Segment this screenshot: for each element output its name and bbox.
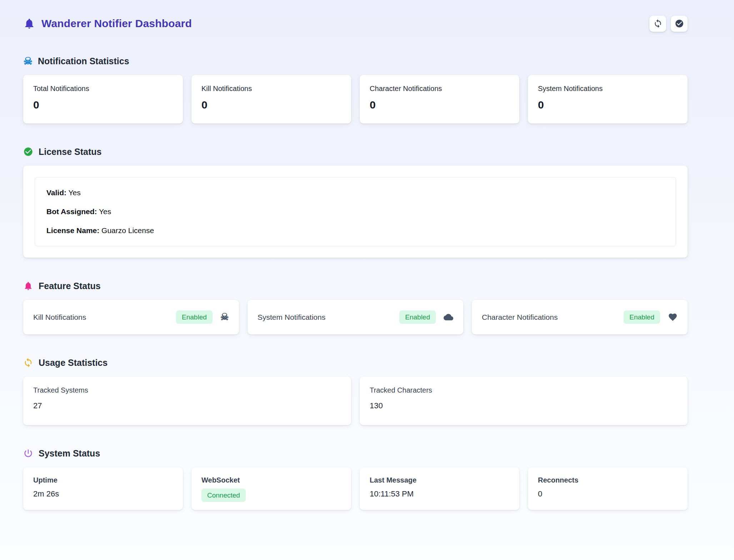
- section-usage-statistics: Usage Statistics Tracked Systems 27 Trac…: [23, 357, 688, 425]
- license-field-label: License Name:: [46, 226, 99, 234]
- system-value: 10:11:53 PM: [370, 489, 509, 499]
- system-value: 0: [538, 489, 678, 499]
- header: Wanderer Notifier Dashboard: [23, 14, 688, 33]
- refresh-icon: [23, 358, 33, 368]
- license-valid-row: Valid: Yes: [46, 188, 664, 197]
- usage-value: 27: [33, 401, 341, 410]
- feature-label: System Notifications: [258, 313, 325, 322]
- stat-value: 0: [33, 99, 173, 111]
- system-label: Last Message: [370, 476, 509, 484]
- power-icon: [23, 448, 33, 458]
- check-circle-icon: [675, 19, 684, 28]
- system-value: 2m 26s: [33, 489, 173, 499]
- stat-card-character-notifications: Character Notifications 0: [360, 75, 519, 123]
- section-feature-status: Feature Status Kill Notifications Enable…: [23, 280, 688, 334]
- stat-label: Total Notifications: [33, 85, 173, 93]
- license-field-value: Yes: [69, 188, 81, 197]
- refresh-button[interactable]: [649, 16, 666, 32]
- cloud-icon: [444, 312, 453, 322]
- system-label: WebSocket: [201, 476, 341, 484]
- section-system-status: System Status Uptime 2m 26s WebSocket Co…: [23, 447, 688, 510]
- system-card-websocket: WebSocket Connected: [191, 467, 351, 510]
- feature-card-kill-notifications: Kill Notifications Enabled ☠: [23, 300, 239, 334]
- status-badge: Enabled: [624, 311, 660, 324]
- section-title-license-status: License Status: [39, 146, 101, 158]
- stat-label: System Notifications: [538, 85, 678, 93]
- feature-label: Kill Notifications: [33, 313, 86, 322]
- heart-icon: [668, 312, 678, 322]
- stat-card-total-notifications: Total Notifications 0: [23, 75, 183, 123]
- section-title-feature-status: Feature Status: [39, 280, 101, 292]
- usage-card-tracked-systems: Tracked Systems 27: [23, 377, 351, 425]
- stat-label: Kill Notifications: [201, 85, 341, 93]
- dashboard-page: Wanderer Notifier Dashboard ☠ Notificati…: [23, 0, 688, 510]
- check-circle-icon: [23, 147, 33, 157]
- bell-icon: [23, 281, 33, 291]
- system-card-reconnects: Reconnects 0: [528, 467, 688, 510]
- refresh-icon: [653, 19, 663, 28]
- license-details: Valid: Yes Bot Assigned: Yes License Nam…: [35, 177, 676, 246]
- toolbar: [649, 16, 688, 32]
- section-license-status: License Status Valid: Yes Bot Assigned: …: [23, 146, 688, 258]
- section-notification-statistics: ☠ Notification Statistics Total Notifica…: [23, 55, 688, 123]
- skull-crossbones-icon: ☠: [23, 56, 33, 66]
- system-card-uptime: Uptime 2m 26s: [23, 467, 183, 510]
- section-title-system-status: System Status: [39, 447, 100, 459]
- system-label: Uptime: [33, 476, 173, 484]
- stat-value: 0: [538, 99, 678, 111]
- stat-value: 0: [370, 99, 509, 111]
- license-field-label: Bot Assigned:: [46, 207, 97, 216]
- license-field-value: Guarzo License: [101, 226, 154, 234]
- bell-icon: [23, 17, 35, 30]
- stat-card-system-notifications: System Notifications 0: [528, 75, 688, 123]
- license-name-row: License Name: Guarzo License: [46, 226, 664, 235]
- skull-crossbones-icon: ☠: [220, 312, 229, 322]
- stat-label: Character Notifications: [370, 85, 509, 93]
- stat-card-kill-notifications: Kill Notifications 0: [191, 75, 351, 123]
- section-title-usage-statistics: Usage Statistics: [39, 357, 108, 369]
- license-bot-assigned-row: Bot Assigned: Yes: [46, 207, 664, 216]
- usage-label: Tracked Systems: [33, 386, 341, 394]
- usage-label: Tracked Characters: [370, 386, 678, 394]
- status-badge: Enabled: [399, 311, 436, 324]
- license-card: Valid: Yes Bot Assigned: Yes License Nam…: [23, 166, 688, 258]
- feature-card-system-notifications: System Notifications Enabled: [248, 300, 463, 334]
- usage-value: 130: [370, 401, 678, 410]
- license-field-value: Yes: [99, 207, 111, 216]
- license-field-label: Valid:: [46, 188, 66, 197]
- stat-value: 0: [201, 99, 341, 111]
- system-label: Reconnects: [538, 476, 678, 484]
- usage-card-tracked-characters: Tracked Characters 130: [360, 377, 688, 425]
- status-badge: Enabled: [176, 311, 213, 324]
- feature-label: Character Notifications: [482, 313, 558, 322]
- section-title-notification-statistics: Notification Statistics: [38, 55, 129, 67]
- connection-status-badge: Connected: [201, 489, 246, 502]
- page-title: Wanderer Notifier Dashboard: [41, 17, 192, 30]
- confirm-button[interactable]: [671, 16, 688, 32]
- system-card-last-message: Last Message 10:11:53 PM: [360, 467, 519, 510]
- feature-card-character-notifications: Character Notifications Enabled: [472, 300, 688, 334]
